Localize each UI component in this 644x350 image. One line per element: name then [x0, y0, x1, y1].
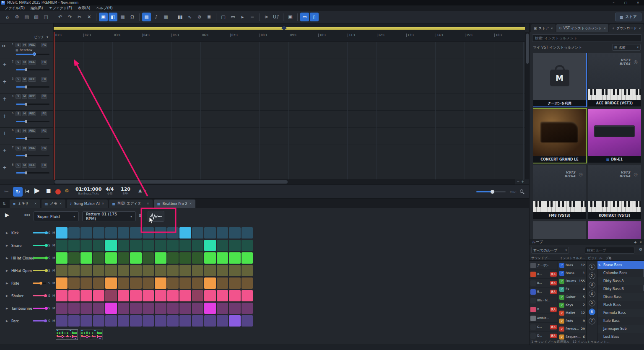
step-cell[interactable] [179, 227, 191, 239]
dock-tab[interactable]: ▦Beatbox Pro 2✕ [154, 200, 195, 208]
step-cell[interactable] [93, 277, 105, 289]
track-fx-button[interactable]: FX [41, 94, 47, 99]
pitch-button[interactable]: 2 [589, 272, 595, 279]
add-track-button[interactable]: + [3, 113, 7, 119]
track-rec-button[interactable]: REC [28, 60, 36, 65]
step-cell[interactable] [192, 290, 204, 301]
track-m-button[interactable]: M [22, 60, 27, 65]
purchase-badge[interactable]: 購入 [550, 307, 557, 312]
add-track-button[interactable]: + [3, 130, 7, 136]
track-m-button[interactable]: M [22, 111, 27, 116]
step-cell[interactable] [204, 252, 216, 264]
track-s-button[interactable]: S [16, 60, 21, 65]
loop-name-row[interactable]: Bravo Bass [597, 261, 644, 269]
stop-button[interactable]: ■ [46, 188, 51, 194]
step-cell[interactable] [229, 252, 241, 264]
pitch-button[interactable]: 5 [589, 300, 595, 306]
add-track-button[interactable]: + [3, 96, 7, 102]
step-cell[interactable] [179, 290, 191, 301]
track-fx-button[interactable]: FX [41, 129, 47, 133]
master-volume-slider[interactable] [476, 191, 506, 192]
step-cell[interactable] [217, 277, 229, 289]
close-button[interactable]: ✕ [632, 0, 644, 5]
slider-knob[interactable] [25, 154, 27, 157]
row-play-icon[interactable]: ▶ [6, 294, 8, 298]
track-m-button[interactable]: M [22, 94, 27, 99]
drum-solo-button[interactable]: S [48, 256, 50, 260]
track-volume-slider[interactable] [16, 121, 49, 122]
headphones-icon[interactable]: Ω [128, 13, 137, 21]
step-cell[interactable] [179, 303, 191, 314]
track-s-button[interactable]: S [16, 129, 21, 133]
step-cell[interactable] [68, 265, 80, 276]
purchase-badge[interactable]: 購入 [550, 334, 557, 338]
instrument-row[interactable]: ♪Fx4 [558, 285, 586, 293]
step-cell[interactable] [155, 315, 166, 327]
timeline-ruler[interactable]: 01:102:103:104:105:106:107:108:109:110:1… [54, 23, 525, 42]
drum-solo-button[interactable]: S [48, 231, 50, 235]
vertical-scrollbar[interactable] [525, 32, 529, 179]
step-cell[interactable] [118, 303, 130, 314]
step-cell[interactable] [143, 227, 154, 239]
add-track-button[interactable]: + [3, 165, 7, 171]
track-m-button[interactable]: M [22, 77, 27, 82]
track-s-button[interactable]: S [16, 77, 21, 82]
step-cell[interactable] [217, 240, 229, 251]
instrument-row[interactable]: ♪Drums155 [558, 277, 586, 285]
record-settings-icon[interactable]: ⚙ [65, 188, 69, 194]
track-rec-button[interactable]: REC [28, 111, 36, 116]
loop-range-bar[interactable] [54, 27, 525, 30]
row-play-icon[interactable]: ▶ [6, 282, 8, 285]
step-cell[interactable] [204, 277, 216, 289]
pitch-button[interactable]: 4 [589, 290, 595, 297]
zoom-out-icon[interactable]: − [517, 180, 520, 184]
close-icon[interactable]: ✕ [147, 202, 149, 205]
step-cell[interactable] [80, 240, 92, 251]
step-cell[interactable] [242, 277, 253, 289]
step-cell[interactable] [167, 227, 179, 239]
step-cell[interactable] [179, 252, 191, 264]
menu-item[interactable]: 表示(A) [75, 6, 93, 11]
step-cell[interactable] [242, 252, 253, 264]
step-cell[interactable] [143, 290, 154, 301]
drum-mute-button[interactable]: M [52, 319, 55, 323]
track-fx-button[interactable]: FX [41, 77, 47, 82]
marker-icon[interactable]: ▯ [310, 13, 319, 21]
step-cell[interactable] [130, 252, 142, 264]
maximize-button[interactable]: ▢ [620, 0, 632, 5]
soundpool-row[interactable]: 80s - N... [530, 296, 558, 305]
step-cell[interactable] [179, 265, 191, 276]
vst-search-input[interactable] [532, 34, 642, 42]
step-cell[interactable] [93, 252, 105, 264]
track-s-button[interactable]: S [16, 111, 21, 116]
step-cell[interactable] [105, 227, 117, 239]
step-cell[interactable] [105, 315, 117, 327]
note-icon[interactable]: ♪ [152, 13, 161, 21]
track-volume-slider[interactable] [16, 155, 49, 156]
pitch-mode-selector[interactable]: ピッチ ▾ [34, 35, 48, 39]
track-rec-button[interactable]: REC [28, 146, 36, 150]
pattern-dropdown[interactable]: Pattern 01 (175 BPM) ▾ [82, 211, 136, 221]
delete-icon[interactable]: ✕ [85, 13, 93, 21]
instrument-row[interactable]: ♪Percussion29 [558, 325, 586, 333]
purchase-badge[interactable]: 購入 [550, 325, 557, 329]
step-cell[interactable] [93, 240, 105, 251]
zoom-in-icon[interactable]: + [521, 180, 524, 184]
step-cell[interactable] [105, 290, 117, 301]
row-play-icon[interactable]: ▶ [6, 319, 8, 323]
beatbox-play-button[interactable]: ▶ [5, 212, 9, 218]
drum-mute-button[interactable]: M [52, 231, 55, 235]
step-cell[interactable] [130, 315, 142, 327]
loop-name-row[interactable]: Flash Bass [597, 301, 644, 309]
step-cell[interactable] [93, 315, 105, 327]
step-cell[interactable] [217, 303, 229, 314]
slider-knob[interactable] [25, 171, 27, 174]
step-cell[interactable] [167, 303, 179, 314]
drum-level-slider[interactable] [33, 320, 46, 321]
metronome-icon[interactable]: ▲ [138, 188, 142, 193]
slider-knob[interactable] [45, 269, 48, 272]
vst-card[interactable]: VST3BIT64◎KONTAKT (VST3) [588, 165, 641, 219]
step-cell[interactable] [130, 227, 142, 239]
track-rec-button[interactable]: REC [28, 129, 36, 133]
rack-icon[interactable]: ≡ [248, 13, 257, 21]
